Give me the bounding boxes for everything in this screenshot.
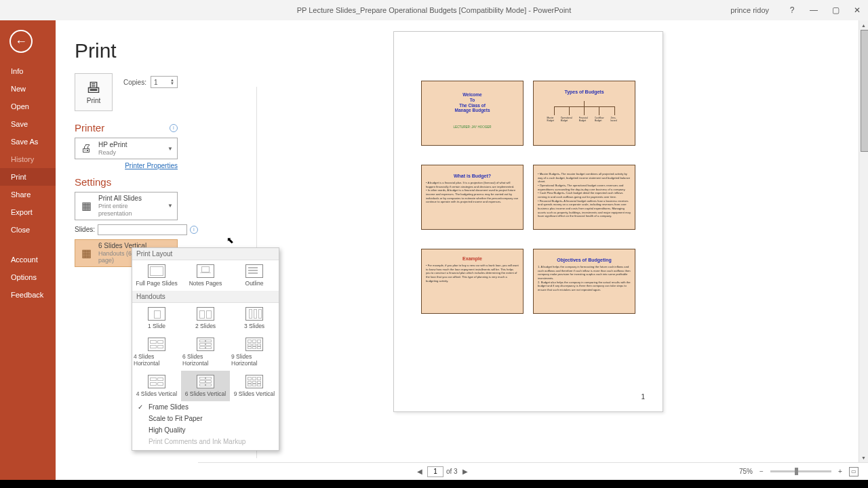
handout-opt-1-slide[interactable]: 1 Slide	[132, 303, 181, 333]
handout-opt-6-slides-horizontal[interactable]: 6 Slides Horizontal	[181, 333, 230, 371]
info-icon[interactable]: i	[170, 124, 178, 132]
info-icon[interactable]: i	[190, 226, 198, 234]
preview-slide: WelcomeToThe Class ofManage BudgetsLECTU…	[421, 81, 524, 146]
zoom-out-button[interactable]: −	[757, 468, 766, 475]
title-bar: PP Lecture Slides_Prepare Operational Bu…	[0, 0, 868, 20]
backstage-sidebar: ← InfoNewOpenSaveSave AsHistoryPrintShar…	[0, 20, 56, 480]
printer-properties-link[interactable]: Printer Properties	[75, 162, 178, 169]
next-page-button[interactable]: ▶	[460, 468, 470, 475]
layout-dropdown: Print Layout Full Page SlidesNotes Pages…	[132, 247, 279, 451]
settings-section-heading: Settings	[75, 176, 178, 188]
preview-bottom-bar: ◀ of 3 ▶ 75% − + ▭	[198, 462, 868, 480]
layout-opt-full-page-slides[interactable]: Full Page Slides	[132, 260, 181, 291]
prev-page-button[interactable]: ◀	[415, 468, 425, 475]
check-print-comments-and-ink-markup: Print Comments and Ink Markup	[132, 436, 279, 447]
handout-opt-2-slides[interactable]: 2 Slides	[181, 303, 230, 333]
layout-opt-outline[interactable]: Outline	[230, 260, 279, 291]
printer-status: Ready	[98, 149, 162, 157]
zoom-level: 75%	[739, 468, 753, 475]
preview-slide: Example• For example, if you plan to buy…	[421, 249, 524, 314]
page-heading: Print	[75, 39, 198, 62]
sidebar-item-open[interactable]: Open	[0, 98, 56, 115]
scroll-down-icon[interactable]: ▼	[859, 453, 868, 462]
slides-icon: ▦	[78, 198, 94, 214]
close-button[interactable]: ✕	[846, 0, 868, 20]
print-preview: WelcomeToThe Class ofManage BudgetsLECTU…	[198, 20, 859, 462]
preview-page: WelcomeToThe Class ofManage BudgetsLECTU…	[393, 31, 663, 412]
preview-slide: • Master Budgets- The master budget comb…	[533, 165, 635, 230]
check-scale-to-fit-paper[interactable]: Scale to Fit Paper	[132, 413, 279, 424]
copies-spinner[interactable]: 1 ▲▼	[151, 76, 178, 88]
popup-header-handouts: Handouts	[132, 291, 279, 303]
restore-button[interactable]: ▢	[825, 0, 846, 20]
printer-device-icon: 🖨	[78, 140, 94, 157]
preview-slide: Objectives of Budgeting1. A budget helps…	[533, 249, 635, 314]
sidebar-item-new[interactable]: New	[0, 80, 56, 98]
window-title: PP Lecture Slides_Prepare Operational Bu…	[297, 6, 572, 14]
chevron-down-icon: ▼	[166, 146, 174, 152]
sidebar-item-save-as[interactable]: Save As	[0, 133, 56, 150]
chevron-down-icon: ▼	[166, 203, 174, 209]
sidebar-item-print[interactable]: Print	[0, 168, 56, 186]
scroll-up-icon[interactable]: ▲	[859, 20, 868, 30]
printer-section-heading: Printer i	[75, 122, 178, 134]
slides-label: Slides:	[75, 226, 95, 233]
handout-opt-9-slides-horizontal[interactable]: 9 Slides Horizontal	[230, 333, 279, 371]
scroll-thumb[interactable]	[861, 30, 868, 152]
printer-name: HP ePrint	[98, 141, 162, 149]
handout-icon: ▦	[78, 245, 94, 261]
sidebar-item-close[interactable]: Close	[0, 221, 56, 239]
handout-opt-3-slides[interactable]: 3 Slides	[230, 303, 279, 333]
zoom-fit-button[interactable]: ▭	[849, 467, 859, 476]
back-button[interactable]: ←	[9, 30, 33, 53]
print-range-label: Print All Slides	[98, 195, 162, 203]
zoom-slider[interactable]	[770, 470, 831, 472]
sidebar-item-feedback[interactable]: Feedback	[0, 286, 56, 304]
preview-slide: What is Budget?• A budget is a financial…	[421, 165, 524, 230]
sidebar-item-info[interactable]: Info	[0, 62, 56, 80]
print-button-label: Print	[87, 97, 101, 104]
zoom-in-button[interactable]: +	[835, 468, 845, 475]
sidebar-item-account[interactable]: Account	[0, 251, 56, 268]
popup-header-layout: Print Layout	[132, 248, 279, 260]
slides-input[interactable]	[98, 224, 187, 235]
handout-opt-6-slides-vertical[interactable]: 6 Slides Vertical	[181, 371, 230, 401]
handout-opt-4-slides-vertical[interactable]: 4 Slides Vertical	[132, 371, 181, 401]
printer-select[interactable]: 🖨 HP ePrint Ready ▼	[75, 138, 178, 159]
layout-opt-notes-pages[interactable]: Notes Pages	[181, 260, 230, 291]
printer-icon: 🖶	[86, 81, 101, 96]
handout-opt-4-slides-horizontal[interactable]: 4 Slides Horizontal	[132, 333, 181, 371]
print-range-select[interactable]: ▦ Print All Slides Print entire presenta…	[75, 192, 178, 220]
check-frame-slides[interactable]: ✓Frame Slides	[132, 401, 279, 413]
handout-opt-9-slides-vertical[interactable]: 9 Slides Vertical	[230, 371, 279, 401]
sidebar-item-save[interactable]: Save	[0, 115, 56, 133]
sidebar-item-options[interactable]: Options	[0, 268, 56, 286]
check-high-quality[interactable]: High Quality	[132, 424, 279, 436]
sidebar-item-history[interactable]: History	[0, 150, 56, 168]
minimize-button[interactable]: —	[803, 0, 825, 20]
copies-value: 1	[154, 79, 158, 86]
page-number: 1	[641, 393, 645, 401]
print-range-sub: Print entire presentation	[98, 203, 162, 218]
user-name[interactable]: prince ridoy	[730, 6, 769, 14]
preview-scrollbar[interactable]: ▲ ▼	[859, 20, 868, 462]
print-button[interactable]: 🖶 Print	[75, 73, 113, 111]
copies-label: Copies:	[123, 79, 146, 86]
sidebar-item-export[interactable]: Export	[0, 203, 56, 221]
help-button[interactable]: ?	[781, 0, 803, 20]
page-input[interactable]	[427, 466, 443, 477]
preview-slide: Types of BudgetsMaster BudgetOperational…	[533, 81, 635, 146]
page-total: of 3	[446, 468, 458, 475]
sidebar-item-share[interactable]: Share	[0, 186, 56, 203]
